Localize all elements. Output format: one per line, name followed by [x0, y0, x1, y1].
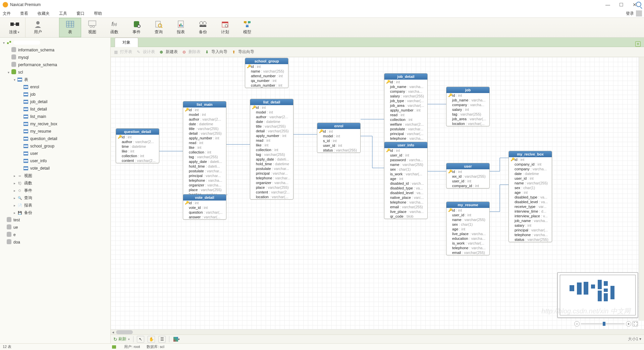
- entity-my_resume[interactable]: my_resume🔑id: intuser_id: intname: varch…: [446, 202, 490, 255]
- menu-bar: 文件 查看 收藏夹 工具 窗口 帮助 登录: [0, 9, 644, 17]
- search-icon[interactable]: [636, 2, 641, 7]
- toolbar-backup[interactable]: 备份: [192, 18, 214, 37]
- entity-job_detail[interactable]: job_detail🔑id: intjob_name: varcha...com…: [384, 73, 428, 146]
- entity-question_detail[interactable]: question_detail🔑id: intauthor: varchar(2…: [116, 128, 159, 163]
- tool-pointer[interactable]: ↖: [137, 336, 144, 343]
- add-tab-button[interactable]: +: [635, 41, 641, 47]
- menu-tools[interactable]: 工具: [58, 10, 68, 17]
- zoom-control[interactable]: − + ⛶: [574, 321, 638, 326]
- svg-point-20: [203, 21, 206, 25]
- tree-category[interactable]: ▸💾备份: [0, 209, 110, 216]
- tree-table[interactable]: user_info: [0, 157, 110, 165]
- entity-my_recive_box[interactable]: my_recive_box🔑id: intcompany_id: intcomp…: [508, 151, 552, 242]
- tab-row: 对象 +: [111, 38, 644, 47]
- entity-user_info[interactable]: user_info🔑id: intuser_id: intpassword: v…: [384, 142, 428, 219]
- menu-view[interactable]: 查看: [19, 10, 29, 17]
- avatar-icon[interactable]: [636, 10, 642, 16]
- tree-table[interactable]: school_group: [0, 142, 110, 150]
- btn-import[interactable]: ⬇导入向导: [205, 49, 227, 55]
- maximize-button[interactable]: ☐: [614, 2, 628, 7]
- tree-db[interactable]: ue: [0, 224, 110, 231]
- svg-rect-23: [222, 22, 228, 23]
- toolbar-function[interactable]: f(x)函数: [103, 18, 125, 37]
- btn-export[interactable]: ⬆导出向导: [232, 49, 254, 55]
- tool-color[interactable]: ▾: [173, 336, 180, 343]
- svg-point-10: [90, 26, 92, 28]
- tree-table[interactable]: list_detail: [0, 105, 110, 113]
- tree-table[interactable]: user: [0, 150, 110, 157]
- svg-rect-1: [16, 23, 19, 26]
- tab-objects[interactable]: 对象: [115, 38, 138, 47]
- bottom-toolbar: ↻刷新▾ ↖ ✋ ☰ ▾ 大小1 ▾: [111, 335, 644, 343]
- tree-table[interactable]: job: [0, 91, 110, 98]
- toolbar-query[interactable]: 查询: [148, 18, 170, 37]
- tree-db[interactable]: doa: [0, 238, 110, 246]
- tree-connection[interactable]: ▾: [0, 39, 110, 46]
- toolbar-plan[interactable]: 计划: [214, 18, 236, 37]
- tree-table[interactable]: job_detail: [0, 98, 110, 105]
- login-link[interactable]: 登录: [626, 11, 634, 16]
- tree-schema[interactable]: information_schema: [0, 46, 110, 54]
- tool-align[interactable]: ☰: [158, 336, 166, 343]
- tree-category[interactable]: ▸🔍查询: [0, 194, 110, 202]
- svg-point-24: [225, 25, 228, 27]
- menu-file[interactable]: 文件: [2, 10, 11, 17]
- tree-category[interactable]: ▸∞视图: [0, 172, 110, 179]
- zoom-slider[interactable]: [581, 323, 625, 324]
- scrollbar-vertical[interactable]: [639, 57, 644, 320]
- btn-open-table[interactable]: ▦打开表: [114, 49, 132, 55]
- toolbar-event[interactable]: 事件: [125, 18, 148, 37]
- svg-point-13: [158, 24, 162, 27]
- zoom-out-button[interactable]: −: [574, 321, 580, 326]
- svg-rect-31: [9, 41, 11, 43]
- scrollbar-horizontal[interactable]: ◂: [111, 329, 644, 335]
- tree-table[interactable]: question_detail: [0, 135, 110, 142]
- toolbar-connect[interactable]: 连接: [3, 18, 25, 37]
- menu-window[interactable]: 窗口: [76, 10, 85, 17]
- zoom-in-button[interactable]: +: [626, 321, 631, 326]
- svg-rect-30: [7, 42, 9, 44]
- refresh-button[interactable]: ↻刷新▾: [113, 336, 130, 342]
- tree-db-scl[interactable]: ▾scl: [0, 69, 110, 76]
- svg-line-29: [247, 23, 249, 25]
- entity-user[interactable]: user🔑id: intwx_id: varchar(255)user_id: …: [446, 163, 490, 188]
- tree-tables-folder[interactable]: ▾表: [0, 76, 110, 83]
- app-title: Navicat Premium: [10, 2, 601, 7]
- sub-toolbar: ▦打开表 ✎设计表 ⊕新建表 ⊖删除表 ⬇导入向导 ⬆导出向导: [111, 47, 644, 57]
- tree-table[interactable]: enrol: [0, 83, 110, 91]
- svg-rect-0: [10, 23, 14, 26]
- tree-table[interactable]: vote_detail: [0, 165, 110, 172]
- entity-enrol[interactable]: enrol🔑id: intmodel: ints_id: intuser_id:…: [317, 123, 361, 153]
- menu-help[interactable]: 帮助: [93, 10, 103, 17]
- tree-table[interactable]: my_recive_box: [0, 120, 110, 128]
- btn-design-table[interactable]: ✎设计表: [137, 49, 155, 55]
- toolbar-view[interactable]: 视图: [81, 18, 103, 37]
- tool-hand[interactable]: ✋: [148, 336, 155, 343]
- tree-schema[interactable]: performance_schema: [0, 61, 110, 69]
- tree-schema[interactable]: mysql: [0, 54, 110, 61]
- entity-vote_detail[interactable]: vote_detail🔑id: intvote_id: intquestion:…: [183, 194, 226, 220]
- tree-category[interactable]: ▸f()函数: [0, 179, 110, 187]
- entity-job[interactable]: job🔑id: intjob_name: varcha...company: v…: [446, 87, 490, 126]
- svg-rect-17: [180, 24, 181, 27]
- entity-list_detail[interactable]: list_detail🔑id: intmodel: intauthor: var…: [250, 99, 293, 200]
- entity-school_group[interactable]: school_group🔑id: intname: varchar(255)at…: [245, 58, 288, 88]
- tree-category[interactable]: ▸📄报表: [0, 202, 110, 209]
- tree-table[interactable]: list_main: [0, 113, 110, 120]
- tree-db[interactable]: e: [0, 231, 110, 238]
- toolbar-table[interactable]: 表: [59, 18, 81, 37]
- tree-table[interactable]: my_resume: [0, 128, 110, 135]
- btn-new-table[interactable]: ⊕新建表: [160, 49, 178, 55]
- tree-category[interactable]: ▸⏲事件: [0, 187, 110, 194]
- status-count: 12 表: [3, 344, 11, 349]
- minimize-button[interactable]: —: [601, 2, 614, 7]
- toolbar-report[interactable]: 报表: [170, 18, 192, 37]
- zoom-fit-button[interactable]: ⛶: [633, 321, 638, 326]
- toolbar-user[interactable]: 用户: [27, 18, 49, 37]
- object-tree[interactable]: ▾ information_schemamysqlperformance_sch…: [0, 38, 111, 343]
- tree-db[interactable]: test: [0, 216, 110, 224]
- menu-favorites[interactable]: 收藏夹: [37, 10, 50, 17]
- btn-delete-table[interactable]: ⊖删除表: [182, 49, 201, 55]
- entity-list_main[interactable]: list_main🔑id: intmodel: intauthor: varch…: [183, 101, 226, 197]
- toolbar-model[interactable]: 模型: [236, 18, 258, 37]
